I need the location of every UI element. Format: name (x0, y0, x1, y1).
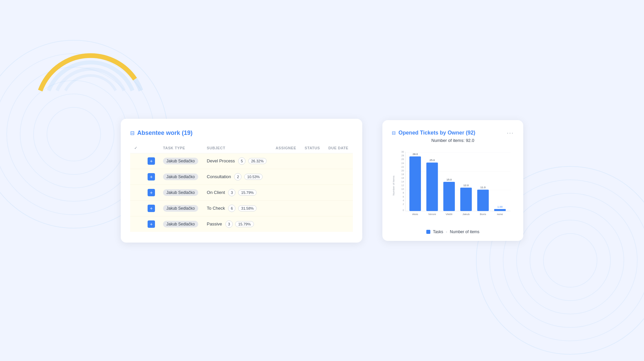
bar-viktor (443, 182, 455, 211)
due-date-cell (324, 153, 353, 169)
check-cell (130, 200, 144, 216)
action-cell[interactable]: + (144, 185, 159, 200)
percent-badge: 15.79% (238, 190, 257, 196)
assignee-pill: Jakub Sedlačko (163, 221, 198, 227)
subject-cell: To Check 6 31.58% (203, 200, 272, 216)
svg-text:22: 22 (401, 165, 404, 168)
task-type-cell: Jakub Sedlačko (159, 169, 203, 185)
absentee-work-card: ⊟ Absentee work (19) ✓ TASK TYPE SUBJECT… (121, 119, 362, 243)
svg-text:4: 4 (402, 199, 404, 202)
count-badge: 3 (228, 189, 235, 196)
bar-boris (477, 190, 489, 211)
due-date-cell (324, 216, 353, 232)
table-row: + Jakub Sedlačko Passive 3 15.79% (130, 216, 353, 232)
subject-text: On Client (207, 190, 225, 195)
legend-metric: Number of items (450, 229, 479, 234)
add-row-button[interactable]: + (148, 173, 155, 180)
bar-label-boris: 11.0 (480, 186, 486, 189)
percent-badge: 10.53% (244, 174, 263, 180)
svg-text:30: 30 (401, 151, 404, 153)
card-title-row: ⊟ Absentee work (19) (130, 130, 353, 137)
bar-chart-svg: Number of items 30 28 26 24 22 20 18 16 … (392, 148, 514, 223)
add-row-button[interactable]: + (148, 205, 155, 212)
assignee-cell (272, 216, 301, 232)
table-header-row: ✓ TASK TYPE SUBJECT ASSIGNEE STATUS DUE … (130, 143, 353, 153)
action-cell[interactable]: + (144, 169, 159, 185)
legend-series: Tasks (433, 229, 443, 234)
table-row: + Jakub Sedlačko Consultation 2 10.53% (130, 169, 353, 185)
add-row-button[interactable]: + (148, 189, 155, 196)
status-cell (301, 200, 324, 216)
chart-icon: ⊟ (392, 130, 396, 136)
table-row: + Jakub Sedlačko To Check 6 31.58% (130, 200, 353, 216)
action-cell[interactable]: + (144, 153, 159, 169)
percent-badge: 31.58% (238, 205, 257, 211)
bar-label-veroni: 25.0 (429, 159, 435, 162)
subject-text: Devel Process (207, 158, 235, 163)
check-column-header: ✓ (130, 143, 144, 153)
x-label-none: none (497, 213, 503, 216)
add-row-button[interactable]: + (148, 157, 155, 165)
assignee-cell (272, 185, 301, 200)
bar-none (494, 209, 505, 211)
assignee-cell (272, 169, 301, 185)
chart-subtitle: Number of items: 92.0 (392, 138, 514, 143)
status-cell (301, 169, 324, 185)
status-cell (301, 216, 324, 232)
action-cell[interactable]: + (144, 200, 159, 216)
x-label-viktor: Viktőr (446, 213, 453, 216)
assignee-pill: Jakub Sedlačko (163, 173, 198, 180)
chart-title-group: ⊟ Opened Tickets by Owner (92) (392, 130, 475, 136)
subject-cell: On Client 3 15.79% (203, 185, 272, 200)
check-icon: ✓ (134, 146, 138, 150)
chart-card: ⊟ Opened Tickets by Owner (92) ··· Numbe… (382, 120, 523, 241)
check-cell (130, 169, 144, 185)
due-date-header: DUE DATE (324, 143, 353, 153)
svg-text:2: 2 (402, 203, 404, 205)
add-row-button[interactable]: + (148, 220, 155, 228)
x-label-jakub: Jakub (463, 213, 470, 216)
due-date-cell (324, 185, 353, 200)
bar-label-alois: 28.0 (413, 153, 418, 156)
legend-dot (426, 230, 430, 234)
bar-veroni (426, 162, 438, 211)
svg-text:6: 6 (402, 195, 404, 198)
svg-text:20: 20 (401, 169, 404, 172)
percent-badge: 15.79% (235, 221, 254, 227)
bar-jakub (460, 188, 472, 211)
task-type-cell: Jakub Sedlačko (159, 216, 203, 232)
count-badge: 3 (225, 220, 233, 228)
count-badge: 5 (238, 157, 246, 165)
subject-text: Passive (207, 221, 222, 226)
check-cell (130, 185, 144, 200)
action-column-header (144, 143, 159, 153)
assignee-pill: Jakub Sedlačko (163, 205, 198, 212)
assignee-cell (272, 200, 301, 216)
svg-text:8: 8 (402, 192, 404, 194)
subject-cell: Devel Process 5 26.32% (203, 153, 272, 169)
x-label-boris: Boris (480, 213, 486, 216)
chart-title-text: Opened Tickets by Owner (92) (398, 130, 475, 136)
svg-text:10: 10 (401, 188, 404, 190)
absentee-table: ✓ TASK TYPE SUBJECT ASSIGNEE STATUS DUE … (130, 143, 353, 232)
main-content: ⊟ Absentee work (19) ✓ TASK TYPE SUBJECT… (0, 0, 644, 361)
chart-menu-button[interactable]: ··· (507, 130, 514, 137)
svg-text:16: 16 (401, 177, 404, 179)
action-cell[interactable]: + (144, 216, 159, 232)
table-body: + Jakub Sedlačko Devel Process 5 26.32% … (130, 153, 353, 232)
task-type-cell: Jakub Sedlačko (159, 153, 203, 169)
check-cell (130, 216, 144, 232)
due-date-cell (324, 169, 353, 185)
subject-cell: Passive 3 15.79% (203, 216, 272, 232)
svg-text:12: 12 (401, 184, 404, 187)
count-badge: 6 (228, 205, 235, 212)
bar-label-jakub: 12.0 (464, 184, 469, 187)
x-label-alois: Alois (412, 213, 418, 216)
x-label-veroni: Veroni (428, 213, 436, 216)
subject-cell: Consultation 2 10.53% (203, 169, 272, 185)
svg-text:24: 24 (401, 162, 404, 164)
svg-text:26: 26 (401, 158, 404, 160)
task-type-header: TASK TYPE (159, 143, 203, 153)
assignee-pill: Jakub Sedlačko (163, 189, 198, 196)
table-icon: ⊟ (130, 130, 135, 136)
